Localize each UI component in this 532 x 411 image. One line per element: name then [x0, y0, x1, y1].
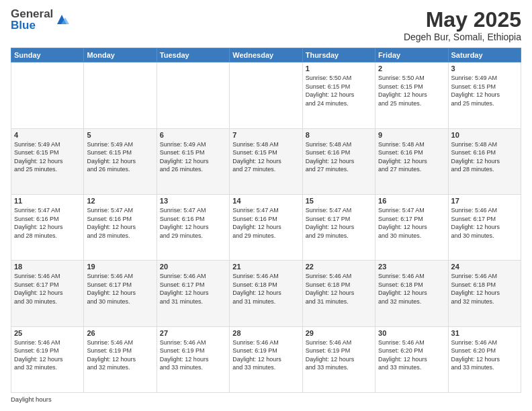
day-info: Sunrise: 5:46 AM Sunset: 6:19 PM Dayligh… [306, 338, 372, 372]
calendar-cell: 22Sunrise: 5:46 AM Sunset: 6:18 PM Dayli… [302, 261, 375, 326]
calendar-cell: 20Sunrise: 5:46 AM Sunset: 6:17 PM Dayli… [157, 261, 229, 326]
calendar-cell [11, 62, 84, 128]
day-number: 1 [306, 64, 372, 73]
header: General Blue May 2025 Degeh Bur, Somali,… [11, 8, 521, 42]
day-info: Sunrise: 5:50 AM Sunset: 6:15 PM Dayligh… [306, 74, 372, 107]
day-number: 24 [451, 263, 518, 271]
day-info: Sunrise: 5:46 AM Sunset: 6:19 PM Dayligh… [14, 338, 81, 372]
day-number: 4 [14, 131, 81, 139]
col-monday: Monday [84, 48, 157, 62]
calendar-cell [230, 62, 302, 128]
calendar-cell: 13Sunrise: 5:47 AM Sunset: 6:16 PM Dayli… [157, 194, 229, 260]
day-number: 15 [306, 197, 372, 205]
day-info: Sunrise: 5:48 AM Sunset: 6:16 PM Dayligh… [306, 140, 372, 174]
logo: General Blue [11, 8, 69, 31]
day-info: Sunrise: 5:46 AM Sunset: 6:19 PM Dayligh… [87, 338, 153, 372]
day-number: 21 [232, 263, 299, 271]
day-number: 14 [232, 197, 299, 205]
page: General Blue May 2025 Degeh Bur, Somali,… [0, 0, 532, 411]
calendar-cell: 23Sunrise: 5:46 AM Sunset: 6:18 PM Dayli… [375, 261, 448, 326]
calendar-cell: 3Sunrise: 5:49 AM Sunset: 6:15 PM Daylig… [448, 62, 521, 128]
day-number: 29 [306, 329, 372, 337]
day-number: 19 [87, 263, 153, 271]
calendar-cell: 26Sunrise: 5:46 AM Sunset: 6:19 PM Dayli… [84, 326, 157, 392]
logo-icon [54, 12, 69, 27]
day-number: 5 [87, 131, 153, 139]
calendar-cell: 9Sunrise: 5:48 AM Sunset: 6:16 PM Daylig… [375, 128, 448, 194]
day-number: 17 [451, 197, 518, 205]
logo-blue: Blue [11, 19, 53, 31]
day-number: 31 [451, 329, 518, 337]
col-sunday: Sunday [11, 48, 84, 62]
calendar-cell: 14Sunrise: 5:47 AM Sunset: 6:16 PM Dayli… [230, 194, 302, 260]
footer: Daylight hours [11, 396, 521, 403]
calendar-cell: 16Sunrise: 5:47 AM Sunset: 6:17 PM Dayli… [375, 194, 448, 260]
day-number: 22 [306, 263, 372, 271]
day-info: Sunrise: 5:48 AM Sunset: 6:15 PM Dayligh… [232, 140, 299, 174]
calendar-cell: 10Sunrise: 5:48 AM Sunset: 6:16 PM Dayli… [448, 128, 521, 194]
day-info: Sunrise: 5:47 AM Sunset: 6:16 PM Dayligh… [232, 206, 299, 240]
day-info: Sunrise: 5:46 AM Sunset: 6:17 PM Dayligh… [14, 272, 81, 306]
day-number: 16 [378, 197, 445, 205]
calendar-cell: 1Sunrise: 5:50 AM Sunset: 6:15 PM Daylig… [302, 62, 375, 128]
calendar-week-1: 1Sunrise: 5:50 AM Sunset: 6:15 PM Daylig… [11, 62, 521, 128]
day-number: 20 [160, 263, 226, 271]
calendar-cell: 25Sunrise: 5:46 AM Sunset: 6:19 PM Dayli… [11, 326, 84, 392]
calendar-cell: 8Sunrise: 5:48 AM Sunset: 6:16 PM Daylig… [302, 128, 375, 194]
day-number: 6 [160, 131, 226, 139]
calendar-cell: 4Sunrise: 5:49 AM Sunset: 6:15 PM Daylig… [11, 128, 84, 194]
calendar-cell: 7Sunrise: 5:48 AM Sunset: 6:15 PM Daylig… [230, 128, 302, 194]
day-number: 2 [378, 64, 445, 73]
day-number: 8 [306, 131, 372, 139]
main-title: May 2025 [404, 8, 521, 32]
calendar-cell: 21Sunrise: 5:46 AM Sunset: 6:18 PM Dayli… [230, 261, 302, 326]
day-info: Sunrise: 5:47 AM Sunset: 6:17 PM Dayligh… [378, 206, 445, 240]
day-number: 25 [14, 329, 81, 337]
calendar-cell [157, 62, 229, 128]
day-info: Sunrise: 5:47 AM Sunset: 6:16 PM Dayligh… [87, 206, 153, 240]
day-number: 27 [160, 329, 226, 337]
day-info: Sunrise: 5:47 AM Sunset: 6:16 PM Dayligh… [160, 206, 226, 240]
day-info: Sunrise: 5:50 AM Sunset: 6:15 PM Dayligh… [378, 74, 445, 107]
day-info: Sunrise: 5:46 AM Sunset: 6:20 PM Dayligh… [451, 338, 518, 372]
calendar-cell: 15Sunrise: 5:47 AM Sunset: 6:17 PM Dayli… [302, 194, 375, 260]
calendar-cell: 31Sunrise: 5:46 AM Sunset: 6:20 PM Dayli… [448, 326, 521, 392]
calendar-cell: 30Sunrise: 5:46 AM Sunset: 6:20 PM Dayli… [375, 326, 448, 392]
calendar-cell: 18Sunrise: 5:46 AM Sunset: 6:17 PM Dayli… [11, 261, 84, 326]
day-info: Sunrise: 5:49 AM Sunset: 6:15 PM Dayligh… [14, 140, 81, 174]
col-saturday: Saturday [448, 48, 521, 62]
calendar-cell: 12Sunrise: 5:47 AM Sunset: 6:16 PM Dayli… [84, 194, 157, 260]
day-info: Sunrise: 5:49 AM Sunset: 6:15 PM Dayligh… [451, 74, 518, 107]
day-number: 7 [232, 131, 299, 139]
calendar-cell [84, 62, 157, 128]
day-info: Sunrise: 5:46 AM Sunset: 6:18 PM Dayligh… [378, 272, 445, 306]
col-wednesday: Wednesday [230, 48, 302, 62]
day-number: 10 [451, 131, 518, 139]
day-info: Sunrise: 5:47 AM Sunset: 6:17 PM Dayligh… [306, 206, 372, 240]
calendar-cell: 28Sunrise: 5:46 AM Sunset: 6:19 PM Dayli… [230, 326, 302, 392]
day-info: Sunrise: 5:46 AM Sunset: 6:17 PM Dayligh… [451, 206, 518, 240]
calendar-cell: 24Sunrise: 5:46 AM Sunset: 6:18 PM Dayli… [448, 261, 521, 326]
day-info: Sunrise: 5:49 AM Sunset: 6:15 PM Dayligh… [87, 140, 153, 174]
col-friday: Friday [375, 48, 448, 62]
col-tuesday: Tuesday [157, 48, 229, 62]
calendar-cell: 29Sunrise: 5:46 AM Sunset: 6:19 PM Dayli… [302, 326, 375, 392]
col-thursday: Thursday [302, 48, 375, 62]
day-info: Sunrise: 5:49 AM Sunset: 6:15 PM Dayligh… [160, 140, 226, 174]
day-number: 30 [378, 329, 445, 337]
calendar-cell: 19Sunrise: 5:46 AM Sunset: 6:17 PM Dayli… [84, 261, 157, 326]
calendar-table: Sunday Monday Tuesday Wednesday Thursday… [11, 48, 521, 393]
day-info: Sunrise: 5:46 AM Sunset: 6:18 PM Dayligh… [306, 272, 372, 306]
day-number: 26 [87, 329, 153, 337]
day-number: 23 [378, 263, 445, 271]
day-info: Sunrise: 5:46 AM Sunset: 6:19 PM Dayligh… [160, 338, 226, 372]
calendar-week-3: 11Sunrise: 5:47 AM Sunset: 6:16 PM Dayli… [11, 194, 521, 260]
day-number: 18 [14, 263, 81, 271]
day-info: Sunrise: 5:47 AM Sunset: 6:16 PM Dayligh… [14, 206, 81, 240]
day-number: 28 [232, 329, 299, 337]
day-info: Sunrise: 5:48 AM Sunset: 6:16 PM Dayligh… [378, 140, 445, 174]
day-number: 9 [378, 131, 445, 139]
daylight-hours-label: Daylight hours [11, 396, 52, 403]
day-info: Sunrise: 5:46 AM Sunset: 6:18 PM Dayligh… [232, 272, 299, 306]
logo-general: General [11, 8, 53, 19]
